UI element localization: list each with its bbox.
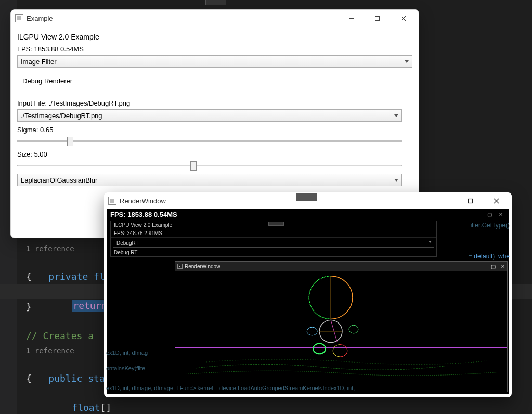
editor-tab-marker [296,193,317,201]
nested-title: RenderWindow [185,264,220,269]
inner-minimize-icon[interactable]: — [474,211,482,217]
close-button[interactable] [485,193,508,208]
svg-point-13 [307,327,317,335]
maximize-button[interactable] [366,11,388,25]
window-title: RenderWindow [120,197,430,205]
nested-close-icon[interactable]: ✕ [501,264,505,269]
size-slider[interactable] [17,160,402,171]
svg-point-15 [313,344,326,354]
nested-maximize-icon[interactable]: ▢ [491,264,496,269]
inner-heading: ILCPU View 2.0 Example [111,221,436,229]
render-canvas: FPS: 1853.88 0.54MS — ▢ ✕ ilter.GetType(… [107,209,509,394]
input-file-label: Input File: ./TestImages/DebugRT.png [17,99,412,107]
fps-label: FPS: 1853.88 0.54MS [17,45,412,53]
render-window: RenderWindow FPS: 1853.88 0.54MS — ▢ ✕ i… [104,192,512,397]
app-icon [108,197,116,205]
app-icon [15,14,23,22]
svg-line-11 [331,320,337,341]
codelens-references[interactable]: 1 reference [26,343,74,358]
inner-example-panel: ILCPU View 2.0 Example FPS: 348.78 2.91M… [110,221,437,257]
maximize-button[interactable] [459,193,482,208]
example-titlebar[interactable]: Example [11,10,419,27]
inner-combo[interactable]: DebugRT [116,240,139,246]
edge-detection-output [175,271,507,392]
render-fps: FPS: 1853.88 0.54MS [110,211,177,218]
minimize-button[interactable] [433,193,456,208]
filter-combo[interactable]: Image Filter [17,55,412,68]
size-label: Size: 5.00 [17,150,412,158]
renderer-label: Debug Renderer [22,77,412,85]
sigma-label: Sigma: 0.65 [17,126,412,134]
kernel-combo[interactable]: LaplacianOfGaussianBlur [17,174,402,186]
svg-point-14 [349,325,358,333]
minimize-button[interactable] [340,11,362,25]
close-button[interactable] [392,11,414,25]
window-title: Example [27,15,336,22]
inner-fps: FPS: 348.78 2.91MS [111,229,436,238]
input-file-combo[interactable]: ./TestImages/DebugRT.png [17,109,402,122]
inner-renderer: Debug RT [111,249,436,256]
nested-titlebar[interactable]: RenderWindow ▢ ✕ [175,262,507,271]
app-icon [177,264,183,269]
svg-rect-1 [375,16,379,20]
app-heading: ILGPU View 2.0 Example [17,33,412,41]
codelens-references[interactable]: 1 reference [26,241,74,256]
inner-close-icon[interactable]: ✕ [497,211,504,217]
inner-maximize-icon[interactable]: ▢ [486,211,493,217]
sigma-slider[interactable] [17,136,402,146]
svg-rect-5 [468,199,472,203]
nested-render-window: RenderWindow ▢ ✕ FPS: 348.78 2.91MS [175,261,508,392]
